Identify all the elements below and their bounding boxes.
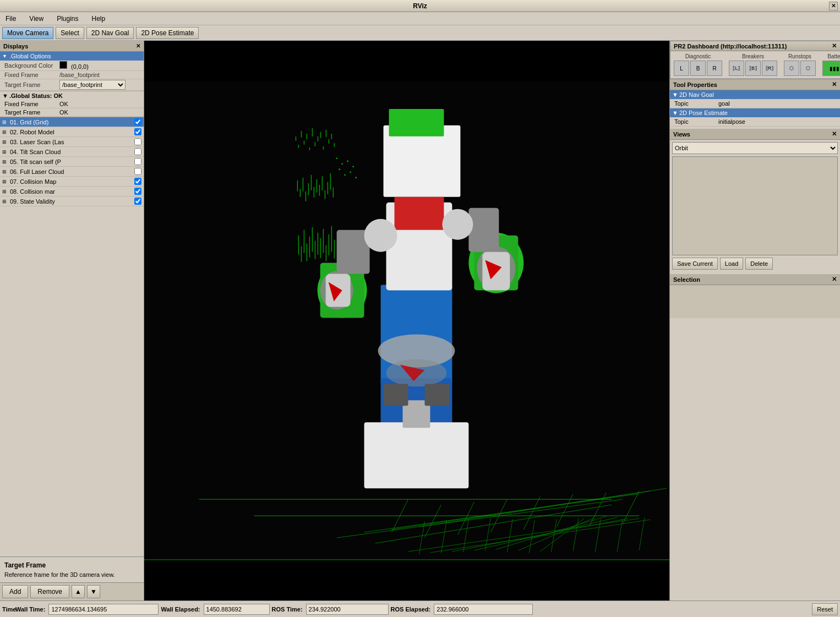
- display-item-04[interactable]: ⊞ 04. Tilt Scan Cloud: [0, 147, 144, 157]
- runstop-icon-1[interactable]: ⬡: [784, 61, 799, 76]
- svg-rect-45: [304, 230, 304, 253]
- save-current-button[interactable]: Save Current: [672, 258, 718, 270]
- menu-help[interactable]: Help: [89, 14, 109, 24]
- move-down-button[interactable]: ▼: [87, 585, 100, 598]
- reset-button[interactable]: Reset: [812, 603, 838, 615]
- svg-point-61: [347, 160, 348, 162]
- svg-rect-41: [330, 173, 331, 190]
- breaker-icon-2[interactable]: ⟦B⟧: [745, 61, 761, 76]
- fixed-frame-value: /base_footprint: [59, 72, 139, 78]
- 2d-pose-estimate-button[interactable]: 2D Pose Estimate: [136, 27, 199, 39]
- svg-rect-56: [334, 240, 335, 259]
- display-checkbox-03[interactable]: [134, 138, 141, 145]
- svg-rect-19: [309, 148, 310, 150]
- item-expand-07: ⊞: [2, 179, 10, 184]
- close-button[interactable]: ✕: [829, 2, 838, 10]
- display-checkbox-02[interactable]: [134, 128, 141, 135]
- add-button[interactable]: Add: [2, 585, 28, 598]
- breaker-icon-1[interactable]: ⟦L⟧: [729, 61, 744, 76]
- display-label-08: 08. Collision mar: [10, 188, 132, 195]
- displays-close-icon[interactable]: ✕: [136, 43, 140, 49]
- color-swatch[interactable]: [59, 61, 67, 69]
- global-status-label: .Global Status: OK: [9, 92, 63, 99]
- display-checkbox-04[interactable]: [134, 148, 141, 155]
- svg-rect-30: [300, 189, 301, 197]
- wall-time-input[interactable]: [48, 604, 159, 615]
- tool-properties-title: Tool Properties: [673, 81, 717, 88]
- remove-button[interactable]: Remove: [30, 585, 69, 598]
- tool-properties-close-icon[interactable]: ✕: [832, 81, 837, 88]
- global-options-header[interactable]: ▼ .Global Options: [0, 52, 144, 61]
- display-item-09[interactable]: ⊞ 09. State Validity: [0, 196, 144, 206]
- menu-file[interactable]: File: [2, 14, 19, 24]
- 2d-pose-estimate-header[interactable]: ▼ 2D Pose Estimate: [670, 108, 840, 117]
- display-checkbox-08[interactable]: [134, 188, 141, 195]
- svg-rect-69: [395, 197, 444, 230]
- views-close-icon[interactable]: ✕: [832, 130, 837, 138]
- svg-rect-15: [298, 145, 299, 148]
- breaker-icon-3[interactable]: ⟦R⟧: [762, 61, 777, 76]
- diagnostic-b-icon[interactable]: B: [690, 61, 706, 76]
- move-up-button[interactable]: ▲: [72, 585, 85, 598]
- menu-view[interactable]: View: [26, 14, 47, 24]
- svg-rect-71: [364, 422, 469, 488]
- 2d-nav-goal-button[interactable]: 2D Nav Goal: [86, 27, 134, 39]
- display-item-02[interactable]: ⊞ 02. Robot Model: [0, 127, 144, 137]
- svg-rect-24: [323, 146, 324, 150]
- 3d-viewport[interactable]: [144, 41, 669, 600]
- display-checkbox-05[interactable]: [134, 158, 141, 165]
- target-frame-select[interactable]: /base_footprint: [59, 80, 126, 90]
- fixed-frame-label: Fixed Frame: [4, 72, 59, 78]
- runstop-icon-2[interactable]: ⬡: [800, 61, 816, 76]
- svg-rect-21: [315, 142, 315, 146]
- delete-button[interactable]: Delete: [745, 258, 773, 270]
- wall-elapsed-input[interactable]: [204, 604, 270, 615]
- diagnostic-l-icon[interactable]: L: [674, 61, 689, 76]
- target-frame-property: Target Frame /base_footprint: [0, 79, 144, 91]
- ros-time-input[interactable]: [306, 604, 389, 615]
- diagnostic-r-icon[interactable]: R: [707, 61, 722, 76]
- load-button[interactable]: Load: [720, 258, 743, 270]
- views-section: Views ✕ Orbit FPS Top-Down Ortho Save Cu…: [670, 129, 840, 272]
- global-options-section: ▼ .Global Options Background Color (0,0,…: [0, 52, 144, 91]
- diagnostic-section: Diagnostic L B R: [674, 53, 722, 76]
- views-type-select[interactable]: Orbit FPS Top-Down Ortho: [672, 142, 838, 154]
- svg-rect-46: [307, 244, 307, 261]
- item-expand-06: ⊞: [2, 169, 10, 174]
- display-checkbox-07[interactable]: [134, 178, 141, 185]
- 2d-nav-goal-header[interactable]: ▼ 2D Nav Goal: [670, 90, 840, 99]
- dashboard-close-icon[interactable]: ✕: [832, 42, 837, 50]
- ros-elapsed-input[interactable]: [434, 604, 533, 615]
- display-item-07[interactable]: ⊞ 07. Collision Map: [0, 177, 144, 187]
- fixed-frame-property: Fixed Frame /base_footprint: [0, 71, 144, 79]
- svg-rect-38: [322, 176, 323, 190]
- runstops-section: Runstops ⬡ ⬡: [784, 53, 816, 76]
- global-options-expand-icon: ▼: [2, 53, 7, 59]
- display-checkbox-01[interactable]: [134, 118, 141, 125]
- display-label-05: 05. Tilt scan self (P: [10, 159, 132, 165]
- move-camera-button[interactable]: Move Camera: [2, 27, 53, 39]
- display-item-05[interactable]: ⊞ 05. Tilt scan self (P: [0, 157, 144, 167]
- item-expand-02: ⊞: [2, 129, 10, 135]
- select-button[interactable]: Select: [56, 27, 84, 39]
- display-item-06[interactable]: ⊞ 06. Full Laser Cloud: [0, 167, 144, 177]
- display-item-03[interactable]: ⊞ 03. Laser Scan (Las: [0, 137, 144, 147]
- svg-rect-68: [389, 109, 444, 136]
- global-status-header[interactable]: ▼ .Global Status: OK: [0, 91, 144, 100]
- display-checkbox-09[interactable]: [134, 198, 141, 205]
- svg-point-76: [364, 219, 397, 252]
- expand-icon: ▼: [2, 92, 8, 99]
- display-checkbox-06[interactable]: [134, 168, 141, 175]
- selection-close-icon[interactable]: ✕: [832, 276, 837, 283]
- display-item-08[interactable]: ⊞ 08. Collision mar: [0, 187, 144, 196]
- svg-rect-31: [303, 178, 303, 192]
- info-description: Reference frame for the 3D camera view.: [4, 571, 139, 578]
- info-title: Target Frame: [4, 561, 139, 569]
- battery-icon[interactable]: ▮▮▮▮: [822, 61, 840, 76]
- display-item-01[interactable]: ⊞ 01. Grid (Grid): [0, 117, 144, 127]
- wall-elapsed-label: Wall Elapsed:: [161, 606, 200, 613]
- svg-rect-42: [333, 188, 334, 198]
- diagnostic-label: Diagnostic: [674, 53, 722, 59]
- menu-plugins[interactable]: Plugins: [53, 14, 81, 24]
- svg-rect-32: [306, 192, 306, 201]
